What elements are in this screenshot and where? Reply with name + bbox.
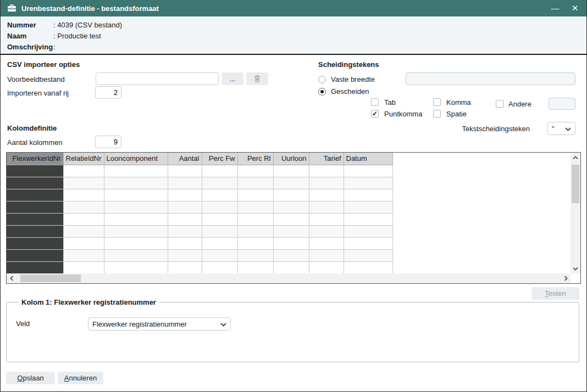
- table-cell[interactable]: [273, 261, 309, 273]
- table-cell[interactable]: [63, 225, 104, 237]
- table-cell[interactable]: [309, 213, 344, 225]
- table-cell[interactable]: [202, 225, 237, 237]
- close-button[interactable]: ✕: [569, 0, 581, 16]
- minimize-button[interactable]: —: [549, 0, 561, 16]
- column-header-looncomponent[interactable]: Looncomponent: [104, 153, 168, 165]
- table-cell[interactable]: [273, 249, 309, 261]
- table-cell[interactable]: [168, 237, 202, 249]
- table-cell[interactable]: [104, 213, 168, 225]
- table-cell[interactable]: [273, 201, 309, 213]
- table-cell[interactable]: [309, 225, 344, 237]
- table-cell[interactable]: [237, 237, 273, 249]
- table-cell[interactable]: [273, 237, 309, 249]
- table-cell-selected-column[interactable]: [7, 261, 63, 273]
- table-cell[interactable]: [168, 225, 202, 237]
- table-cell[interactable]: [237, 261, 273, 273]
- table-cell[interactable]: [344, 261, 392, 273]
- table-cell[interactable]: [273, 177, 309, 189]
- table-cell[interactable]: [273, 165, 309, 177]
- table-cell-selected-column[interactable]: [7, 237, 63, 249]
- table-cell[interactable]: [202, 189, 237, 201]
- table-cell[interactable]: [309, 189, 344, 201]
- scroll-left-icon[interactable]: [7, 273, 16, 283]
- table-cell[interactable]: [344, 225, 392, 237]
- table-cell[interactable]: [344, 189, 392, 201]
- komma-checkbox[interactable]: [433, 98, 441, 106]
- table-cell[interactable]: [63, 249, 104, 261]
- column-header-aantal[interactable]: Aantal: [168, 153, 202, 165]
- horizontal-scroll-thumb[interactable]: [20, 275, 81, 282]
- table-cell[interactable]: [273, 189, 309, 201]
- table-cell[interactable]: [168, 213, 202, 225]
- table-cell[interactable]: [344, 249, 392, 261]
- tab-checkbox[interactable]: [371, 98, 379, 106]
- veld-select[interactable]: Flexwerker registratienummer: [88, 317, 231, 331]
- table-cell[interactable]: [202, 201, 237, 213]
- gescheiden-radio[interactable]: [318, 88, 326, 96]
- table-cell[interactable]: [104, 225, 168, 237]
- table-cell[interactable]: [309, 201, 344, 213]
- table-cell[interactable]: [309, 237, 344, 249]
- delete-file-button[interactable]: [246, 72, 268, 85]
- scroll-up-icon[interactable]: [571, 153, 580, 163]
- table-cell[interactable]: [344, 213, 392, 225]
- table-cell[interactable]: [309, 261, 344, 273]
- table-cell[interactable]: [104, 165, 168, 177]
- text-qualifier-select[interactable]: ": [547, 122, 575, 135]
- table-cell[interactable]: [168, 261, 202, 273]
- table-cell[interactable]: [104, 177, 168, 189]
- table-cell[interactable]: [344, 201, 392, 213]
- table-cell[interactable]: [63, 189, 104, 201]
- column-header-tarief[interactable]: Tarief: [309, 153, 344, 165]
- vaste-breedte-input[interactable]: [406, 72, 575, 85]
- spatie-checkbox[interactable]: [433, 110, 441, 117]
- table-cell[interactable]: [63, 237, 104, 249]
- table-cell[interactable]: [202, 165, 237, 177]
- annuleren-button[interactable]: Annuleren: [58, 372, 103, 384]
- table-cell-selected-column[interactable]: [7, 165, 63, 177]
- table-cell[interactable]: [237, 189, 273, 201]
- table-cell[interactable]: [237, 213, 273, 225]
- table-cell-selected-column[interactable]: [7, 213, 63, 225]
- table-cell[interactable]: [63, 201, 104, 213]
- table-cell[interactable]: [168, 177, 202, 189]
- voorbeeldbestand-input[interactable]: [96, 72, 219, 85]
- table-cell[interactable]: [63, 177, 104, 189]
- table-cell[interactable]: [344, 237, 392, 249]
- table-cell[interactable]: [237, 225, 273, 237]
- table-cell-selected-column[interactable]: [7, 249, 63, 261]
- andere-checkbox[interactable]: [496, 100, 503, 108]
- aantal-kolommen-input[interactable]: [95, 136, 121, 148]
- vertical-scroll-thumb[interactable]: [572, 165, 579, 203]
- table-cell[interactable]: [63, 165, 104, 177]
- table-cell[interactable]: [309, 165, 344, 177]
- vaste-breedte-radio[interactable]: [318, 76, 326, 83]
- browse-button[interactable]: ...: [221, 72, 243, 85]
- table-cell[interactable]: [202, 213, 237, 225]
- table-cell[interactable]: [104, 249, 168, 261]
- table-cell-selected-column[interactable]: [7, 189, 63, 201]
- table-cell[interactable]: [309, 177, 344, 189]
- scroll-down-icon[interactable]: [571, 264, 580, 273]
- table-cell-selected-column[interactable]: [7, 201, 63, 213]
- table-cell[interactable]: [168, 189, 202, 201]
- column-header-perc-rl[interactable]: Perc Rl: [237, 153, 273, 165]
- table-cell[interactable]: [273, 213, 309, 225]
- table-cell[interactable]: [344, 165, 392, 177]
- table-cell[interactable]: [63, 261, 104, 273]
- table-cell-selected-column[interactable]: [7, 225, 63, 237]
- table-cell[interactable]: [104, 237, 168, 249]
- andere-input[interactable]: [549, 98, 575, 110]
- column-header-perc-fw[interactable]: Perc Fw: [202, 153, 237, 165]
- table-cell[interactable]: [168, 165, 202, 177]
- vertical-scrollbar[interactable]: [571, 153, 580, 273]
- horizontal-scrollbar[interactable]: [7, 273, 571, 283]
- table-cell-selected-column[interactable]: [7, 177, 63, 189]
- table-cell[interactable]: [168, 201, 202, 213]
- table-cell[interactable]: [237, 249, 273, 261]
- table-cell[interactable]: [104, 201, 168, 213]
- table-cell[interactable]: [273, 225, 309, 237]
- table-cell[interactable]: [202, 261, 237, 273]
- scroll-right-icon[interactable]: [561, 273, 571, 283]
- column-header-relatieidnr[interactable]: RelatieIdNr: [63, 153, 104, 165]
